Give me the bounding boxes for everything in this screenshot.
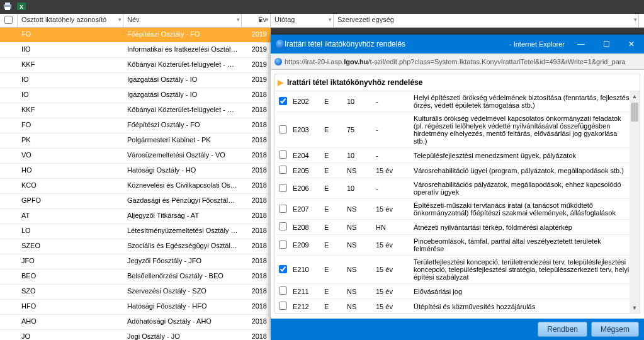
dialog-table-row[interactable]: E202E10-Helyi építészeti örökség védelmé… [275, 91, 640, 112]
ok-button[interactable]: Rendben [538, 322, 587, 337]
table-row[interactable]: AHOAdóhatósági Osztály - AHO2018 [0, 315, 271, 330]
dialog-table-row[interactable]: E208ENSHNÁtnézeti nyilvántartási térkép,… [275, 220, 640, 235]
header-checkbox-cell[interactable] [0, 14, 18, 27]
table-row[interactable]: VOVárosüzemeltetési Osztály - VO2018 [0, 149, 271, 164]
cell-name: Polgármesteri Kabinet - PK [123, 133, 242, 148]
cell-col2: E [324, 152, 347, 159]
cell-col2: E [324, 205, 347, 213]
cell-year: 2018 [242, 300, 271, 314]
cell-col3: 10 [347, 184, 376, 192]
close-button[interactable]: ✕ [619, 35, 644, 54]
table-row[interactable]: JFOJegyzői Főosztály - JFO2018 [0, 254, 271, 269]
dialog-titlebar[interactable]: Irattári tétel iktatókönyvhöz rendelés -… [271, 35, 644, 54]
header-utotag[interactable]: Utótag▾ [271, 14, 334, 27]
cell-col3: 75 [347, 126, 376, 133]
header-id[interactable]: Osztott iktatóhely azonosító▾ [18, 14, 123, 27]
cell-id: VO [18, 149, 123, 163]
dialog-table-row[interactable]: E209ENS15 évPincebeomlások, támfal, part… [275, 235, 640, 256]
chevron-down-icon[interactable]: ▾ [634, 16, 637, 23]
cell-name: Köznevelési és Civilkapcsolati Osztály… [123, 179, 242, 193]
row-checkbox[interactable] [279, 150, 287, 159]
row-checkbox[interactable] [279, 241, 287, 249]
table-row[interactable]: KKFKőbányai Közterület-felügyelet - KKF2… [0, 58, 271, 73]
table-row[interactable]: HOHatósági Osztály - HO2018 [0, 164, 271, 179]
cancel-button[interactable]: Mégsem [591, 322, 639, 337]
table-row[interactable]: SZEOSzociális és Egészségügyi Osztály - … [0, 239, 271, 254]
cell-code: E202 [293, 98, 324, 105]
dialog-table-row[interactable]: E210ENS15 évTerületfejlesztési koncepció… [275, 256, 640, 284]
row-checkbox[interactable] [279, 125, 287, 133]
cell-year: 2019 [242, 28, 271, 42]
cell-duration: - [376, 184, 414, 192]
chevron-down-icon[interactable]: ▾ [329, 16, 332, 23]
cell-description: Városrehabilitációs pályázatok, megállap… [414, 181, 636, 196]
row-checkbox[interactable] [279, 222, 287, 230]
cell-id: IO [18, 73, 123, 88]
row-checkbox[interactable] [279, 166, 287, 174]
chevron-down-icon[interactable]: ▾ [118, 16, 121, 23]
table-row[interactable]: PKPolgármesteri Kabinet - PK2018 [0, 133, 271, 149]
header-szervezet[interactable]: Szervezeti egység▾ [334, 14, 639, 27]
cell-duration: - [376, 98, 414, 105]
table-row[interactable]: FOFőépítészi Osztály - FO2019 [0, 28, 271, 43]
table-row[interactable]: GPFOGazdasági és Pénzügyi Főosztály - G…… [0, 194, 271, 209]
table-row[interactable]: SZOSzervezési Osztály - SZO2018 [0, 285, 271, 300]
table-row[interactable]: JOJogi Osztály - JO2018 [0, 330, 271, 340]
row-checkbox[interactable] [279, 286, 287, 295]
minimize-button[interactable]: — [568, 35, 594, 54]
table-row[interactable]: ATAljegyzői Titkárság - AT2018 [0, 209, 271, 224]
row-checkbox[interactable] [279, 97, 287, 105]
header-year[interactable]: Év▾▾ [242, 14, 271, 27]
table-row[interactable]: HFOHatósági Főosztály - HFO2018 [0, 300, 271, 315]
dialog-table-row[interactable]: E212ENS15 évÚtépítési és közművesítés ho… [275, 299, 640, 314]
cell-col3: NS [347, 224, 376, 231]
url-text: https://irat-20-i.asp.lgov.hu/t-szil/edi… [285, 58, 626, 65]
dialog-table-row[interactable]: E203E75-Kulturális örökség védelmével ka… [275, 112, 640, 148]
row-checkbox[interactable] [279, 302, 287, 310]
dialog-scrollbar[interactable]: ▲ ▼ [630, 91, 640, 313]
table-row[interactable]: IOIgazgatási Osztály - IO2018 [0, 88, 271, 103]
row-checkbox[interactable] [279, 265, 287, 273]
cell-year: 2018 [242, 330, 271, 340]
table-row[interactable]: IOIgazgatási Osztály - IO2019 [0, 73, 271, 88]
table-row[interactable]: KKFKőbányai Közterület-felügyelet - KKF2… [0, 103, 271, 118]
dialog-table-row[interactable]: E206E10-Városrehabilitációs pályázatok, … [275, 178, 640, 199]
cell-name: Adóhatósági Osztály - AHO [123, 315, 242, 329]
chevron-down-icon[interactable]: ▾ [237, 16, 240, 23]
table-row[interactable]: IIOInformatikai és Iratkezelési Osztály … [0, 43, 271, 58]
cell-duration: - [376, 152, 414, 159]
excel-icon[interactable]: X [16, 1, 26, 11]
cell-duration: HN [376, 224, 414, 231]
dialog-table-row[interactable]: E204E10-Településfejlesztési menedzsment… [275, 148, 640, 163]
svg-text:X: X [20, 4, 23, 10]
cell-year: 2019 [242, 73, 271, 88]
cell-name: Jogi Osztály - JO [123, 330, 242, 340]
maximize-button[interactable]: ☐ [594, 35, 619, 54]
cell-year: 2019 [242, 43, 271, 57]
header-name[interactable]: Név▾ [123, 14, 242, 27]
cell-code: E208 [293, 224, 324, 231]
cell-year: 2018 [242, 239, 271, 254]
table-row[interactable]: KCOKöznevelési és Civilkapcsolati Osztál… [0, 179, 271, 194]
row-checkbox[interactable] [279, 184, 287, 192]
cell-name: Létesítményüzemeltetési Osztály - LO [123, 224, 242, 239]
table-row[interactable]: FOFőépítészi Osztály - FO2018 [0, 118, 271, 133]
scroll-up-icon[interactable]: ▲ [630, 91, 640, 101]
dialog-table-row[interactable]: E211ENS15 évElővásárlási jog [275, 284, 640, 299]
row-checkbox[interactable] [279, 205, 287, 213]
cell-duration: 15 év [376, 241, 414, 249]
cell-name: Városüzemeltetési Osztály - VO [123, 149, 242, 163]
chevron-down-icon[interactable]: ▾ [266, 16, 269, 23]
scroll-thumb[interactable] [631, 103, 638, 122]
select-all-checkbox[interactable] [4, 16, 13, 24]
table-row[interactable]: LOLétesítményüzemeltetési Osztály - LO20… [0, 224, 271, 239]
cell-name: Hatósági Osztály - HO [123, 164, 242, 178]
dialog-table-row[interactable]: E205ENS15 évVárosrehabilitáció ügyei (pr… [275, 163, 640, 178]
scroll-down-icon[interactable]: ▼ [630, 303, 640, 313]
print-icon[interactable] [3, 1, 13, 11]
cell-name: Gazdasági és Pénzügyi Főosztály - G… [123, 194, 242, 208]
table-row[interactable]: BEOBelsőellenőrzési Osztály - BEO2018 [0, 269, 271, 285]
dialog-url-bar[interactable]: https://irat-20-i.asp.lgov.hu/t-szil/edi… [271, 54, 644, 70]
dialog-table-row[interactable]: E207ENS15 évÉpítészeti-műszaki tervtanác… [275, 199, 640, 220]
cell-col2: E [324, 224, 347, 231]
